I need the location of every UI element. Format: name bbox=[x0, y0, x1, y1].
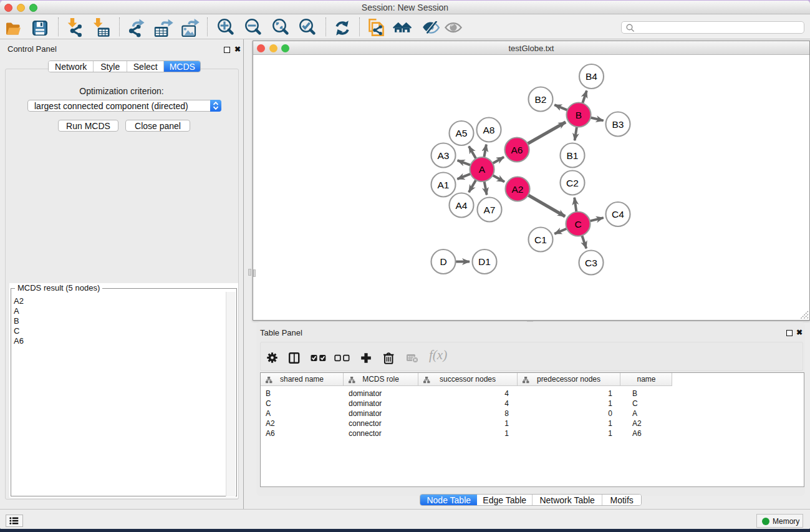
svg-text:D: D bbox=[440, 256, 446, 267]
svg-text:B1: B1 bbox=[567, 150, 579, 161]
svg-text:C2: C2 bbox=[566, 178, 579, 188]
svg-text:C1: C1 bbox=[534, 235, 547, 245]
svg-text:A8: A8 bbox=[483, 125, 495, 135]
svg-text:A7: A7 bbox=[484, 205, 496, 215]
svg-text:B3: B3 bbox=[612, 119, 624, 130]
svg-text:A4: A4 bbox=[456, 200, 468, 211]
svg-text:A2: A2 bbox=[512, 184, 524, 195]
svg-text:A1: A1 bbox=[438, 180, 450, 190]
svg-text:D1: D1 bbox=[478, 256, 491, 267]
svg-text:B2: B2 bbox=[535, 94, 547, 105]
svg-text:A6: A6 bbox=[511, 145, 523, 155]
svg-text:C4: C4 bbox=[612, 209, 624, 220]
svg-text:C: C bbox=[574, 219, 581, 230]
svg-text:B4: B4 bbox=[586, 71, 597, 82]
svg-text:A: A bbox=[479, 164, 486, 175]
svg-text:C3: C3 bbox=[585, 258, 597, 268]
svg-text:A5: A5 bbox=[456, 128, 468, 138]
svg-text:B: B bbox=[576, 110, 582, 120]
svg-text:A3: A3 bbox=[438, 150, 450, 161]
